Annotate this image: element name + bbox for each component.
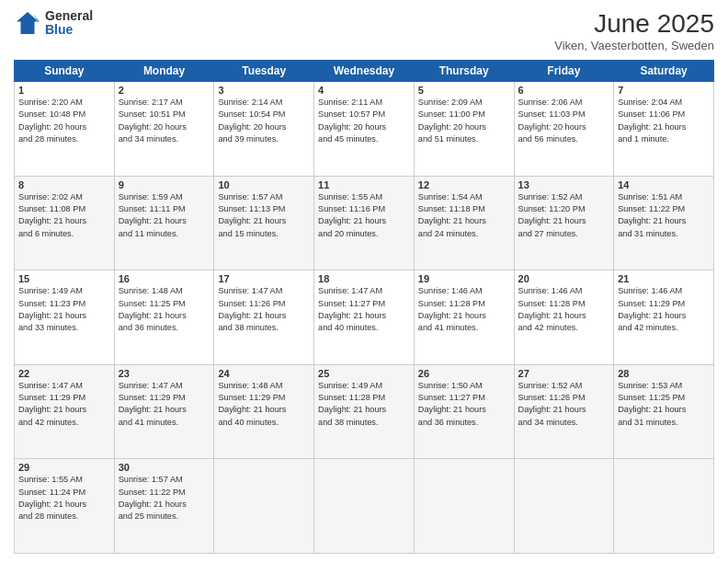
day-detail: Sunrise: 1:52 AMSunset: 11:26 PMDaylight… xyxy=(518,380,610,429)
day-number: 18 xyxy=(318,273,410,284)
calendar-cell xyxy=(314,459,415,554)
calendar-cell: 25Sunrise: 1:49 AMSunset: 11:28 PMDaylig… xyxy=(314,364,415,459)
day-detail: Sunrise: 2:06 AMSunset: 11:03 PMDaylight… xyxy=(518,97,610,145)
day-number: 23 xyxy=(119,368,210,379)
header: General Blue June 2025 Viken, Vaesterbot… xyxy=(14,9,714,52)
logo-text: General Blue xyxy=(45,9,93,38)
day-detail: Sunrise: 1:49 AMSunset: 11:28 PMDaylight… xyxy=(318,380,410,429)
calendar-cell: 13Sunrise: 1:52 AMSunset: 11:20 PMDaylig… xyxy=(514,176,614,270)
calendar-cell: 9Sunrise: 1:59 AMSunset: 11:11 PMDayligh… xyxy=(114,176,214,270)
calendar-week-2: 8Sunrise: 2:02 AMSunset: 11:08 PMDayligh… xyxy=(15,176,714,270)
day-number: 25 xyxy=(318,368,410,379)
calendar-cell xyxy=(414,459,514,554)
day-detail: Sunrise: 1:47 AMSunset: 11:27 PMDaylight… xyxy=(318,285,410,334)
main-title: June 2025 xyxy=(554,9,714,39)
calendar-cell: 8Sunrise: 2:02 AMSunset: 11:08 PMDayligh… xyxy=(15,176,115,270)
day-number: 5 xyxy=(418,85,510,96)
day-detail: Sunrise: 1:48 AMSunset: 11:25 PMDaylight… xyxy=(119,285,210,334)
calendar-cell: 6Sunrise: 2:06 AMSunset: 11:03 PMDayligh… xyxy=(514,82,614,177)
calendar-cell: 11Sunrise: 1:55 AMSunset: 11:16 PMDaylig… xyxy=(314,176,415,270)
calendar-cell: 26Sunrise: 1:50 AMSunset: 11:27 PMDaylig… xyxy=(414,364,514,459)
day-number: 19 xyxy=(418,273,510,284)
logo-icon xyxy=(14,9,41,37)
calendar-week-4: 22Sunrise: 1:47 AMSunset: 11:29 PMDaylig… xyxy=(15,364,714,459)
calendar-cell: 5Sunrise: 2:09 AMSunset: 11:00 PMDayligh… xyxy=(414,82,514,177)
day-detail: Sunrise: 1:54 AMSunset: 11:18 PMDaylight… xyxy=(418,191,510,240)
day-number: 3 xyxy=(218,85,310,96)
calendar-cell: 21Sunrise: 1:46 AMSunset: 11:29 PMDaylig… xyxy=(614,270,714,365)
calendar-cell: 29Sunrise: 1:55 AMSunset: 11:24 PMDaylig… xyxy=(15,459,115,554)
calendar-cell: 27Sunrise: 1:52 AMSunset: 11:26 PMDaylig… xyxy=(514,364,614,459)
day-detail: Sunrise: 2:02 AMSunset: 11:08 PMDaylight… xyxy=(18,191,110,240)
day-detail: Sunrise: 1:47 AMSunset: 11:29 PMDaylight… xyxy=(18,380,110,429)
subtitle: Viken, Vaesterbotten, Sweden xyxy=(554,39,714,52)
calendar-week-1: 1Sunrise: 2:20 AMSunset: 10:48 PMDayligh… xyxy=(15,82,714,177)
day-number: 13 xyxy=(518,179,610,190)
day-number: 20 xyxy=(518,273,610,284)
day-detail: Sunrise: 2:09 AMSunset: 11:00 PMDaylight… xyxy=(418,97,510,145)
day-detail: Sunrise: 2:11 AMSunset: 10:57 PMDaylight… xyxy=(318,97,410,145)
day-number: 21 xyxy=(618,273,710,284)
day-number: 15 xyxy=(18,273,110,284)
day-detail: Sunrise: 1:53 AMSunset: 11:25 PMDaylight… xyxy=(618,380,710,429)
day-header-thursday: Thursday xyxy=(414,61,514,82)
calendar-cell: 14Sunrise: 1:51 AMSunset: 11:22 PMDaylig… xyxy=(614,176,714,270)
logo: General Blue xyxy=(14,9,93,38)
calendar-cell: 18Sunrise: 1:47 AMSunset: 11:27 PMDaylig… xyxy=(314,270,415,365)
calendar-cell: 3Sunrise: 2:14 AMSunset: 10:54 PMDayligh… xyxy=(214,82,314,177)
day-detail: Sunrise: 1:50 AMSunset: 11:27 PMDaylight… xyxy=(418,380,510,429)
calendar-week-3: 15Sunrise: 1:49 AMSunset: 11:23 PMDaylig… xyxy=(15,270,714,365)
day-number: 16 xyxy=(119,273,210,284)
day-number: 4 xyxy=(318,85,410,96)
calendar-cell: 28Sunrise: 1:53 AMSunset: 11:25 PMDaylig… xyxy=(614,364,714,459)
calendar-week-5: 29Sunrise: 1:55 AMSunset: 11:24 PMDaylig… xyxy=(15,459,714,554)
day-number: 30 xyxy=(119,462,210,473)
day-number: 12 xyxy=(418,179,510,190)
day-header-monday: Monday xyxy=(114,61,214,82)
page: General Blue June 2025 Viken, Vaesterbot… xyxy=(0,0,728,563)
calendar-cell: 12Sunrise: 1:54 AMSunset: 11:18 PMDaylig… xyxy=(414,176,514,270)
calendar-cell: 1Sunrise: 2:20 AMSunset: 10:48 PMDayligh… xyxy=(15,82,115,177)
day-detail: Sunrise: 1:59 AMSunset: 11:11 PMDaylight… xyxy=(119,191,210,240)
calendar-cell: 30Sunrise: 1:57 AMSunset: 11:22 PMDaylig… xyxy=(114,459,214,554)
day-number: 22 xyxy=(18,368,110,379)
day-number: 24 xyxy=(218,368,310,379)
calendar-cell: 22Sunrise: 1:47 AMSunset: 11:29 PMDaylig… xyxy=(15,364,115,459)
day-number: 29 xyxy=(18,462,110,473)
day-number: 11 xyxy=(318,179,410,190)
title-block: June 2025 Viken, Vaesterbotten, Sweden xyxy=(554,9,714,52)
day-header-tuesday: Tuesday xyxy=(214,61,314,82)
day-number: 10 xyxy=(218,179,310,190)
day-detail: Sunrise: 1:57 AMSunset: 11:13 PMDaylight… xyxy=(218,191,310,240)
calendar-cell: 4Sunrise: 2:11 AMSunset: 10:57 PMDayligh… xyxy=(314,82,415,177)
calendar-cell: 16Sunrise: 1:48 AMSunset: 11:25 PMDaylig… xyxy=(114,270,214,365)
calendar-cell xyxy=(614,459,714,554)
day-header-saturday: Saturday xyxy=(614,61,714,82)
calendar-cell: 20Sunrise: 1:46 AMSunset: 11:28 PMDaylig… xyxy=(514,270,614,365)
logo-general: General xyxy=(45,9,93,23)
day-detail: Sunrise: 1:48 AMSunset: 11:29 PMDaylight… xyxy=(218,380,310,429)
day-detail: Sunrise: 1:55 AMSunset: 11:24 PMDaylight… xyxy=(18,474,110,523)
day-number: 8 xyxy=(18,179,110,190)
day-detail: Sunrise: 2:20 AMSunset: 10:48 PMDaylight… xyxy=(18,97,110,145)
day-number: 7 xyxy=(618,85,710,96)
day-number: 17 xyxy=(218,273,310,284)
calendar-cell: 7Sunrise: 2:04 AMSunset: 11:06 PMDayligh… xyxy=(614,82,714,177)
day-detail: Sunrise: 2:14 AMSunset: 10:54 PMDaylight… xyxy=(218,97,310,145)
day-detail: Sunrise: 2:04 AMSunset: 11:06 PMDaylight… xyxy=(618,97,710,145)
day-detail: Sunrise: 1:49 AMSunset: 11:23 PMDaylight… xyxy=(18,285,110,334)
day-number: 2 xyxy=(119,85,210,96)
day-detail: Sunrise: 1:46 AMSunset: 11:29 PMDaylight… xyxy=(618,285,710,334)
calendar-cell: 24Sunrise: 1:48 AMSunset: 11:29 PMDaylig… xyxy=(214,364,314,459)
day-detail: Sunrise: 1:55 AMSunset: 11:16 PMDaylight… xyxy=(318,191,410,240)
logo-blue: Blue xyxy=(45,23,93,37)
calendar-cell: 2Sunrise: 2:17 AMSunset: 10:51 PMDayligh… xyxy=(114,82,214,177)
day-detail: Sunrise: 1:46 AMSunset: 11:28 PMDaylight… xyxy=(418,285,510,334)
day-number: 1 xyxy=(18,85,110,96)
calendar-cell: 15Sunrise: 1:49 AMSunset: 11:23 PMDaylig… xyxy=(15,270,115,365)
calendar-cell: 17Sunrise: 1:47 AMSunset: 11:26 PMDaylig… xyxy=(214,270,314,365)
calendar-header-row: SundayMondayTuesdayWednesdayThursdayFrid… xyxy=(15,61,714,82)
calendar-cell xyxy=(214,459,314,554)
calendar-cell xyxy=(514,459,614,554)
day-detail: Sunrise: 1:47 AMSunset: 11:29 PMDaylight… xyxy=(119,380,210,429)
